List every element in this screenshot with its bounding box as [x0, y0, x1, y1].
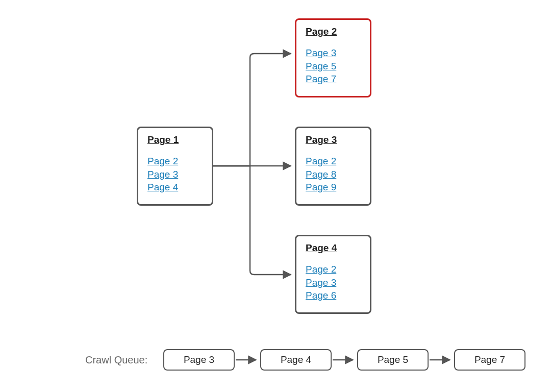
- page-link[interactable]: Page 2: [306, 155, 361, 168]
- queue-item-label: Page 4: [281, 354, 311, 365]
- page-link[interactable]: Page 3: [306, 46, 361, 60]
- queue-item-label: Page 7: [474, 354, 505, 365]
- page-link[interactable]: Page 6: [306, 289, 361, 302]
- page-link[interactable]: Page 4: [147, 181, 203, 194]
- page-link[interactable]: Page 2: [147, 155, 203, 168]
- queue-item: Page 3: [163, 349, 235, 371]
- page-link[interactable]: Page 3: [306, 276, 361, 289]
- page-title: Page 1: [147, 134, 203, 145]
- arrow-connector: [213, 166, 291, 275]
- page-link[interactable]: Page 9: [306, 181, 361, 194]
- page-box-2: Page 2 Page 3 Page 5 Page 7: [295, 18, 371, 97]
- queue-item: Page 5: [357, 349, 429, 371]
- page-link[interactable]: Page 5: [306, 60, 361, 73]
- queue-label: Crawl Queue:: [85, 354, 147, 366]
- connectors: [0, 0, 551, 392]
- page-title: Page 3: [306, 134, 361, 145]
- queue-item: Page 7: [454, 349, 525, 371]
- page-box-4: Page 4 Page 2 Page 3 Page 6: [295, 235, 371, 314]
- page-link[interactable]: Page 3: [147, 168, 203, 181]
- page-link[interactable]: Page 7: [306, 72, 361, 86]
- queue-item-label: Page 5: [378, 354, 408, 365]
- page-link[interactable]: Page 2: [306, 263, 361, 276]
- page-link[interactable]: Page 8: [306, 168, 361, 181]
- page-title: Page 4: [306, 242, 361, 254]
- queue-item: Page 4: [260, 349, 332, 371]
- page-box-1: Page 1 Page 2 Page 3 Page 4: [137, 127, 213, 206]
- arrow-connector: [213, 54, 291, 166]
- page-box-3: Page 3 Page 2 Page 8 Page 9: [295, 127, 371, 206]
- queue-item-label: Page 3: [184, 354, 214, 365]
- page-title: Page 2: [306, 26, 361, 37]
